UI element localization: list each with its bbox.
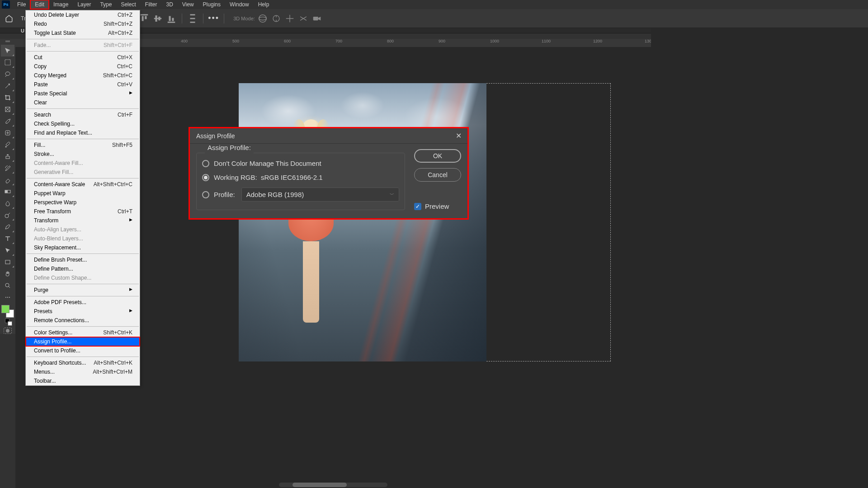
menu-item-remote-connections[interactable]: Remote Connections... bbox=[26, 316, 140, 325]
menu-item-presets[interactable]: Presets▶ bbox=[26, 307, 140, 316]
menu-item-clear[interactable]: Clear bbox=[26, 98, 140, 107]
menu-image[interactable]: Image bbox=[49, 0, 73, 9]
align-bottom-icon[interactable] bbox=[166, 14, 176, 23]
dialog-titlebar[interactable]: Assign Profile ✕ bbox=[190, 128, 467, 144]
home-icon[interactable] bbox=[3, 12, 15, 25]
blur-tool[interactable] bbox=[1, 197, 14, 209]
menu-item-adobe-pdf-presets[interactable]: Adobe PDF Presets... bbox=[26, 298, 140, 307]
healing-tool[interactable] bbox=[1, 127, 14, 139]
3d-camera-icon[interactable] bbox=[312, 14, 322, 23]
menu-item-search[interactable]: SearchCtrl+F bbox=[26, 110, 140, 119]
eraser-tool[interactable] bbox=[1, 174, 14, 186]
menu-item-convert-to-profile[interactable]: Convert to Profile... bbox=[26, 346, 140, 355]
menu-item-redo[interactable]: RedoShift+Ctrl+Z bbox=[26, 19, 140, 28]
menu-item-generative-fill: Generative Fill... bbox=[26, 168, 140, 177]
menu-item-find-and-replace-text[interactable]: Find and Replace Text... bbox=[26, 128, 140, 137]
menu-3d[interactable]: 3D bbox=[161, 0, 177, 9]
default-colors-icon[interactable] bbox=[5, 319, 10, 324]
document-tab[interactable]: U bbox=[21, 28, 24, 33]
type-tool[interactable] bbox=[1, 233, 14, 244]
menu-item-menus[interactable]: Menus...Alt+Shift+Ctrl+M bbox=[26, 367, 140, 376]
menu-select[interactable]: Select bbox=[116, 0, 140, 9]
svg-rect-13 bbox=[142, 16, 144, 21]
radio-dont-manage[interactable]: Don't Color Manage This Document bbox=[202, 160, 399, 167]
menu-type[interactable]: Type bbox=[95, 0, 116, 9]
align-center-v-icon[interactable] bbox=[153, 14, 163, 23]
menu-item-content-aware-scale[interactable]: Content-Aware ScaleAlt+Shift+Ctrl+C bbox=[26, 180, 140, 189]
menu-item-keyboard-shortcuts[interactable]: Keyboard Shortcuts...Alt+Shift+Ctrl+K bbox=[26, 358, 140, 367]
menu-item-puppet-warp[interactable]: Puppet Warp bbox=[26, 189, 140, 198]
profile-dropdown[interactable]: Adobe RGB (1998) ﹀ bbox=[241, 188, 399, 202]
lasso-tool[interactable] bbox=[1, 68, 14, 80]
menu-item-toolbar[interactable]: Toolbar... bbox=[26, 376, 140, 385]
menu-item-copy-merged[interactable]: Copy MergedShift+Ctrl+C bbox=[26, 71, 140, 80]
rectangle-tool[interactable] bbox=[1, 256, 14, 268]
more-options-icon[interactable]: ••• bbox=[208, 14, 219, 23]
menu-item-stroke[interactable]: Stroke... bbox=[26, 150, 140, 159]
pen-tool[interactable] bbox=[1, 221, 14, 233]
3d-roll-icon[interactable] bbox=[271, 14, 281, 23]
menu-item-check-spelling[interactable]: Check Spelling... bbox=[26, 119, 140, 128]
menu-item-copy[interactable]: CopyCtrl+C bbox=[26, 62, 140, 71]
dodge-tool[interactable] bbox=[1, 209, 14, 221]
menu-window[interactable]: Window bbox=[225, 0, 254, 9]
frame-tool[interactable] bbox=[1, 103, 14, 115]
menu-item-paste-special[interactable]: Paste Special▶ bbox=[26, 89, 140, 98]
gradient-tool[interactable] bbox=[1, 186, 14, 197]
menu-help[interactable]: Help bbox=[254, 0, 274, 9]
hand-tool[interactable] bbox=[1, 268, 14, 280]
menu-file[interactable]: File bbox=[13, 0, 30, 9]
radio-icon[interactable] bbox=[202, 160, 209, 167]
radio-icon[interactable] bbox=[202, 174, 209, 181]
more-tool[interactable] bbox=[1, 291, 14, 303]
clone-tool[interactable] bbox=[1, 150, 14, 162]
menu-item-undo-delete-layer[interactable]: Undo Delete LayerCtrl+Z bbox=[26, 10, 140, 19]
menu-item-paste[interactable]: PasteCtrl+V bbox=[26, 80, 140, 89]
cancel-button[interactable]: Cancel bbox=[414, 168, 461, 182]
distribute-v-icon[interactable] bbox=[188, 14, 198, 23]
close-icon[interactable]: ✕ bbox=[454, 131, 463, 141]
menu-item-toggle-last-state[interactable]: Toggle Last StateAlt+Ctrl+Z bbox=[26, 28, 140, 38]
menu-view[interactable]: View bbox=[178, 0, 198, 9]
toolbar-grip-icon[interactable] bbox=[5, 41, 10, 43]
brush-tool[interactable] bbox=[1, 139, 14, 150]
color-swatch[interactable] bbox=[1, 305, 14, 318]
horizontal-scrollbar[interactable] bbox=[279, 483, 387, 487]
menu-item-color-settings[interactable]: Color Settings...Shift+Ctrl+K bbox=[26, 328, 140, 337]
marquee-tool[interactable] bbox=[1, 56, 14, 68]
menu-item-cut[interactable]: CutCtrl+X bbox=[26, 53, 140, 62]
menu-item-fill[interactable]: Fill...Shift+F5 bbox=[26, 141, 140, 150]
zoom-tool[interactable] bbox=[1, 280, 14, 291]
history-brush-tool[interactable] bbox=[1, 162, 14, 174]
magic-wand-tool[interactable] bbox=[1, 80, 14, 92]
menu-plugins[interactable]: Plugins bbox=[198, 0, 225, 9]
preview-checkbox-row[interactable]: ✓ Preview bbox=[414, 202, 461, 210]
radio-profile[interactable]: Profile: Adobe RGB (1998) ﹀ bbox=[202, 188, 399, 202]
3d-orbit-icon[interactable] bbox=[258, 14, 268, 23]
menu-item-define-pattern[interactable]: Define Pattern... bbox=[26, 264, 140, 273]
menu-item-perspective-warp[interactable]: Perspective Warp bbox=[26, 198, 140, 207]
menu-filter[interactable]: Filter bbox=[141, 0, 162, 9]
menu-layer[interactable]: Layer bbox=[73, 0, 95, 9]
radio-icon[interactable] bbox=[202, 191, 209, 198]
3d-pan-icon[interactable] bbox=[285, 14, 295, 23]
eyedropper-tool[interactable] bbox=[1, 115, 14, 127]
quick-mask-icon[interactable] bbox=[4, 328, 12, 334]
path-select-tool[interactable] bbox=[1, 244, 14, 256]
menu-item-define-brush-preset[interactable]: Define Brush Preset... bbox=[26, 255, 140, 264]
menu-item-transform[interactable]: Transform▶ bbox=[26, 216, 140, 225]
menu-item-sky-replacement[interactable]: Sky Replacement... bbox=[26, 243, 140, 252]
menu-item-purge[interactable]: Purge▶ bbox=[26, 286, 140, 295]
foreground-color-swatch[interactable] bbox=[1, 305, 9, 313]
divider bbox=[182, 14, 182, 23]
radio-working-rgb[interactable]: Working RGB: sRGB IEC61966-2.1 bbox=[202, 174, 399, 181]
ok-button[interactable]: OK bbox=[414, 149, 461, 163]
menu-edit[interactable]: Edit bbox=[30, 0, 49, 9]
checkbox-icon[interactable]: ✓ bbox=[414, 203, 421, 210]
move-tool[interactable] bbox=[1, 45, 14, 56]
menu-item-free-transform[interactable]: Free TransformCtrl+T bbox=[26, 207, 140, 216]
crop-tool[interactable] bbox=[1, 92, 14, 103]
align-top-icon[interactable] bbox=[139, 14, 149, 23]
3d-slide-icon[interactable] bbox=[298, 14, 308, 23]
menu-item-assign-profile[interactable]: Assign Profile... bbox=[26, 337, 140, 346]
